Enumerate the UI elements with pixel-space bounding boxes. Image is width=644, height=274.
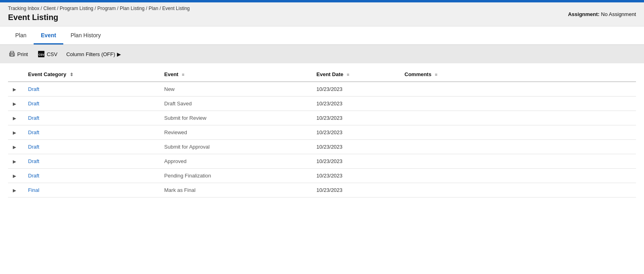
table-row: ▶FinalMark as Final10/23/2023 <box>8 183 636 197</box>
expand-arrow-icon[interactable]: ▶ <box>13 116 18 121</box>
event-category-value[interactable]: Draft <box>28 158 39 164</box>
table-row: ▶DraftNew10/23/2023 <box>8 82 636 97</box>
column-filters-arrow-icon: ▶ <box>117 51 121 57</box>
event-date-cell: 10/23/2023 <box>312 125 400 140</box>
event-cell: Submit for Approval <box>159 140 312 154</box>
expand-cell[interactable]: ▶ <box>8 82 23 97</box>
tab-plan-history[interactable]: Plan History <box>63 26 108 44</box>
event-date-value: 10/23/2023 <box>316 129 342 135</box>
event-cell: Submit for Review <box>159 111 312 125</box>
column-filters-button[interactable]: Column Filters (OFF) ▶ <box>66 51 121 57</box>
csv-label: CSV <box>47 51 58 57</box>
event-date-cell: 10/23/2023 <box>312 140 400 154</box>
event-category-cell[interactable]: Draft <box>23 140 159 154</box>
tab-event[interactable]: Event <box>34 26 63 44</box>
expand-arrow-icon[interactable]: ▶ <box>13 87 18 92</box>
table-header: Event Category ⇕ Event ≡ Event Date ≡ Co… <box>8 67 636 82</box>
table-row: ▶DraftPending Finalization10/23/2023 <box>8 169 636 183</box>
event-cell: Mark as Final <box>159 183 312 197</box>
comments-cell <box>400 111 636 125</box>
event-date-value: 10/23/2023 <box>316 158 342 164</box>
event-category-value[interactable]: Draft <box>28 115 39 121</box>
event-cell: Draft Saved <box>159 97 312 111</box>
expand-cell[interactable]: ▶ <box>8 97 23 111</box>
event-category-value[interactable]: Final <box>28 187 39 193</box>
tabs-container: Plan Event Plan History <box>8 26 636 44</box>
comments-cell <box>400 82 636 97</box>
event-value: Draft Saved <box>164 101 192 107</box>
assignment-label: Assignment: No Assignment <box>568 11 636 17</box>
csv-icon: CSV <box>38 50 45 58</box>
expand-arrow-icon[interactable]: ▶ <box>13 159 18 164</box>
expand-arrow-icon[interactable]: ▶ <box>13 188 18 193</box>
print-button[interactable]: Print <box>8 49 29 59</box>
table-row: ▶DraftSubmit for Approval10/23/2023 <box>8 140 636 154</box>
event-sort-icon[interactable]: ≡ <box>182 72 184 77</box>
event-category-cell[interactable]: Draft <box>23 82 159 97</box>
event-category-sort-icon[interactable]: ⇕ <box>70 72 73 77</box>
comments-cell <box>400 183 636 197</box>
event-date-value: 10/23/2023 <box>316 144 342 150</box>
event-category-value[interactable]: Draft <box>28 129 39 135</box>
event-value: Pending Finalization <box>164 173 211 179</box>
event-date-sort-icon[interactable]: ≡ <box>347 72 349 77</box>
header-row: Event Category ⇕ Event ≡ Event Date ≡ Co… <box>8 67 636 82</box>
toolbar: Print CSV CSV Column Filters (OFF) ▶ <box>0 45 644 63</box>
svg-text:CSV: CSV <box>38 53 44 56</box>
event-date-value: 10/23/2023 <box>316 187 342 193</box>
event-value: Approved <box>164 158 187 164</box>
event-category-cell[interactable]: Draft <box>23 111 159 125</box>
event-category-value[interactable]: Draft <box>28 86 39 92</box>
event-value: Submit for Review <box>164 115 206 121</box>
event-date-value: 10/23/2023 <box>316 101 342 107</box>
event-category-value[interactable]: Draft <box>28 144 39 150</box>
page-title: Event Listing <box>8 13 636 22</box>
expand-arrow-icon[interactable]: ▶ <box>13 173 18 178</box>
col-comments: Comments ≡ <box>400 67 636 82</box>
csv-button[interactable]: CSV CSV <box>37 49 58 59</box>
comments-cell <box>400 97 636 111</box>
event-date-value: 10/23/2023 <box>316 173 342 179</box>
svg-point-3 <box>10 54 11 54</box>
tabs-area: Plan Event Plan History <box>0 26 644 45</box>
event-cell: Approved <box>159 154 312 169</box>
table-row: ▶DraftSubmit for Review10/23/2023 <box>8 111 636 125</box>
event-category-value[interactable]: Draft <box>28 101 39 107</box>
event-category-cell[interactable]: Final <box>23 183 159 197</box>
event-value: Mark as Final <box>164 187 195 193</box>
expand-arrow-icon[interactable]: ▶ <box>13 101 18 106</box>
event-category-value[interactable]: Draft <box>28 173 39 179</box>
event-date-value: 10/23/2023 <box>316 86 342 92</box>
expand-cell[interactable]: ▶ <box>8 140 23 154</box>
expand-cell[interactable]: ▶ <box>8 125 23 140</box>
table-row: ▶DraftReviewed10/23/2023 <box>8 125 636 140</box>
col-event-category: Event Category ⇕ <box>23 67 159 82</box>
svg-rect-2 <box>10 54 14 56</box>
comments-sort-icon[interactable]: ≡ <box>435 72 437 77</box>
expand-cell[interactable]: ▶ <box>8 183 23 197</box>
table-container: Event Category ⇕ Event ≡ Event Date ≡ Co… <box>0 63 644 206</box>
comments-cell <box>400 154 636 169</box>
table-row: ▶DraftDraft Saved10/23/2023 <box>8 97 636 111</box>
event-category-cell[interactable]: Draft <box>23 169 159 183</box>
expand-cell[interactable]: ▶ <box>8 111 23 125</box>
print-icon <box>9 51 15 57</box>
col-expand <box>8 67 23 82</box>
event-cell: Pending Finalization <box>159 169 312 183</box>
expand-arrow-icon[interactable]: ▶ <box>13 130 18 135</box>
event-date-cell: 10/23/2023 <box>312 183 400 197</box>
event-category-cell[interactable]: Draft <box>23 97 159 111</box>
expand-cell[interactable]: ▶ <box>8 169 23 183</box>
expand-cell[interactable]: ▶ <box>8 154 23 169</box>
event-date-value: 10/23/2023 <box>316 115 342 121</box>
table-body: ▶DraftNew10/23/2023▶DraftDraft Saved10/2… <box>8 82 636 197</box>
event-cell: New <box>159 82 312 97</box>
event-date-cell: 10/23/2023 <box>312 154 400 169</box>
breadcrumb: Tracking Inbox / Client / Program Listin… <box>8 6 636 11</box>
event-category-cell[interactable]: Draft <box>23 154 159 169</box>
expand-arrow-icon[interactable]: ▶ <box>13 145 18 149</box>
event-category-cell[interactable]: Draft <box>23 125 159 140</box>
tab-plan[interactable]: Plan <box>8 26 34 44</box>
event-value: Reviewed <box>164 129 187 135</box>
col-event-date: Event Date ≡ <box>312 67 400 82</box>
